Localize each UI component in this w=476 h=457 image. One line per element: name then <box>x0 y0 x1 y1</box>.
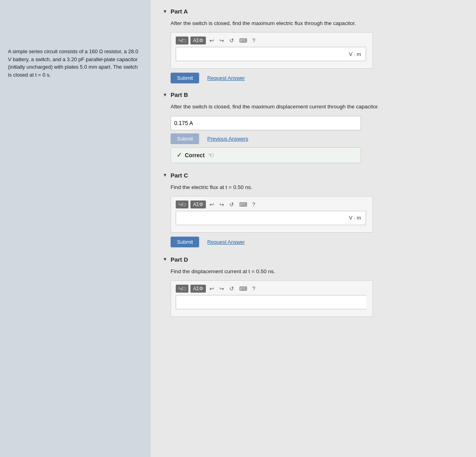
part-c-request-answer-link[interactable]: Request Answer <box>207 239 245 245</box>
part-d-toolbar: ¹√□ ΑΣΦ ↩ ↪ ↺ ⌨ ? <box>176 285 368 293</box>
part-d-content: Find the displacement current at t = 0.5… <box>163 268 464 317</box>
part-d-sqrt-icon: ¹√□ <box>178 286 186 291</box>
part-a-collapse-arrow[interactable]: ▼ <box>163 9 167 14</box>
part-c-title: Part C <box>171 172 188 179</box>
part-b-submit-btn[interactable]: Submit <box>171 133 199 144</box>
part-d-header: ▼ Part D <box>163 256 464 263</box>
part-b-question: After the switch is closed, find the max… <box>171 103 464 111</box>
part-a-sqrt-icon: ¹√□ <box>178 38 186 43</box>
part-c-sqrt-icon: ¹√□ <box>178 202 186 207</box>
part-b-previous-answers-link[interactable]: Previous Answers <box>207 136 248 142</box>
part-a-greek-label: ΑΣΦ <box>193 38 203 43</box>
part-c-input-row: V · m <box>176 211 366 225</box>
part-c-greek-btn[interactable]: ΑΣΦ <box>190 201 206 208</box>
part-c-submit-btn[interactable]: Submit <box>171 237 199 247</box>
part-d-sqrt-btn[interactable]: ¹√□ <box>176 285 188 293</box>
part-b-answer-value: 0.175 A <box>174 120 193 126</box>
part-b-collapse-arrow[interactable]: ▼ <box>163 92 167 98</box>
part-c-undo-icon[interactable]: ↩ <box>208 201 216 208</box>
part-c-unit: V · m <box>344 211 366 225</box>
part-c-question: Find the electric flux at t = 0.50 ns. <box>171 183 464 191</box>
part-c-section: ▼ Part C Find the electric flux at t = 0… <box>163 172 464 247</box>
part-d-keyboard-icon[interactable]: ⌨ <box>238 285 249 293</box>
part-d-undo-icon[interactable]: ↩ <box>208 285 216 293</box>
part-d-section: ▼ Part D Find the displacement current a… <box>163 256 464 317</box>
part-a-header: ▼ Part A <box>163 8 464 15</box>
part-a-unit: V · m <box>344 47 366 61</box>
part-c-input-container: ¹√□ ΑΣΦ ↩ ↪ ↺ ⌨ ? V · m <box>171 196 373 233</box>
part-a-request-answer-link[interactable]: Request Answer <box>207 75 245 81</box>
part-c-toolbar: ¹√□ ΑΣΦ ↩ ↪ ↺ ⌨ ? <box>176 201 368 208</box>
part-a-greek-btn[interactable]: ΑΣΦ <box>190 37 206 44</box>
part-d-input-container: ¹√□ ΑΣΦ ↩ ↪ ↺ ⌨ ? <box>171 280 373 317</box>
part-b-correct-badge: ✓ Correct ☜ <box>171 147 361 163</box>
part-a-toolbar: ¹√□ ΑΣΦ ↩ ↪ ↺ ⌨ ? <box>176 37 368 44</box>
part-c-actions: Submit Request Answer <box>171 237 464 247</box>
part-a-sqrt-btn[interactable]: ¹√□ <box>176 37 188 44</box>
part-a-question: After the switch is closed, find the max… <box>171 19 464 27</box>
part-d-question: Find the displacement current at t = 0.5… <box>171 268 464 276</box>
part-c-greek-label: ΑΣΦ <box>193 202 203 207</box>
part-a-help-icon[interactable]: ? <box>251 37 257 44</box>
part-b-cursor-icon: ☜ <box>208 151 214 160</box>
part-b-header: ▼ Part B <box>163 91 464 98</box>
part-c-keyboard-icon[interactable]: ⌨ <box>238 201 249 208</box>
part-a-input-row: V · m <box>176 47 366 61</box>
part-a-section: ▼ Part A After the switch is closed, fin… <box>163 8 464 83</box>
part-c-redo-icon[interactable]: ↪ <box>218 201 226 208</box>
part-c-header: ▼ Part C <box>163 172 464 179</box>
part-a-input-field[interactable] <box>176 47 344 61</box>
part-d-refresh-icon[interactable]: ↺ <box>228 285 236 293</box>
part-b-title: Part B <box>171 91 188 98</box>
part-b-section: ▼ Part B After the switch is closed, fin… <box>163 91 464 163</box>
part-c-content: Find the electric flux at t = 0.50 ns. ¹… <box>163 183 464 247</box>
part-d-input-field[interactable] <box>176 295 366 309</box>
part-d-input-row <box>176 295 366 309</box>
part-d-greek-label: ΑΣΦ <box>193 286 203 291</box>
part-a-input-container: ¹√□ ΑΣΦ ↩ ↪ ↺ ⌨ ? V · m <box>171 32 373 69</box>
part-d-greek-btn[interactable]: ΑΣΦ <box>190 285 206 293</box>
part-b-content: After the switch is closed, find the max… <box>163 103 464 163</box>
part-d-help-icon[interactable]: ? <box>251 285 257 293</box>
part-a-undo-icon[interactable]: ↩ <box>208 37 216 44</box>
part-d-redo-icon[interactable]: ↪ <box>218 285 226 293</box>
problem-description: A simple series circuit consists of a 16… <box>8 48 143 79</box>
part-d-title: Part D <box>171 256 188 263</box>
left-panel: A simple series circuit consists of a 16… <box>0 0 151 457</box>
part-a-actions: Submit Request Answer <box>171 73 464 83</box>
part-b-correct-text: Correct <box>185 152 205 158</box>
part-a-redo-icon[interactable]: ↪ <box>218 37 226 44</box>
part-c-help-icon[interactable]: ? <box>251 201 257 208</box>
right-panel: ▼ Part A After the switch is closed, fin… <box>151 0 476 457</box>
part-c-input-field[interactable] <box>176 211 344 225</box>
part-a-content: After the switch is closed, find the max… <box>163 19 464 83</box>
part-b-checkmark-icon: ✓ <box>177 151 182 159</box>
part-a-refresh-icon[interactable]: ↺ <box>228 37 236 44</box>
part-c-collapse-arrow[interactable]: ▼ <box>163 172 167 178</box>
part-d-collapse-arrow[interactable]: ▼ <box>163 256 167 262</box>
part-a-submit-btn[interactable]: Submit <box>171 73 199 83</box>
part-c-refresh-icon[interactable]: ↺ <box>228 201 236 208</box>
part-a-keyboard-icon[interactable]: ⌨ <box>238 37 249 44</box>
part-b-answer-display: 0.175 A <box>171 116 361 130</box>
part-a-title: Part A <box>171 8 188 15</box>
part-b-actions: Submit Previous Answers <box>171 133 464 144</box>
part-c-sqrt-btn[interactable]: ¹√□ <box>176 201 188 208</box>
